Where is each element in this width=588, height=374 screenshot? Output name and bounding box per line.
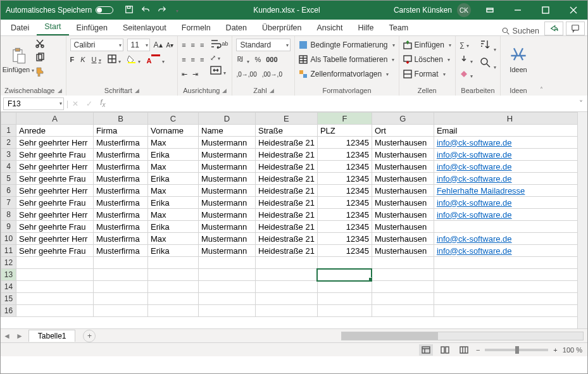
vertical-scrollbar[interactable] <box>577 112 587 328</box>
copy-icon[interactable] <box>35 53 45 64</box>
cell[interactable]: Musterfirma <box>94 221 148 233</box>
cell[interactable]: Musterfirma <box>94 233 148 245</box>
cell[interactable]: Max <box>148 161 199 173</box>
cell[interactable] <box>256 257 318 269</box>
cell[interactable]: Sehr geehrter Herr <box>16 137 94 149</box>
row-header[interactable]: 3 <box>1 149 16 161</box>
cell[interactable] <box>256 281 318 293</box>
enter-formula-icon[interactable]: ✓ <box>82 99 96 108</box>
font-color-button[interactable]: A <box>147 54 165 65</box>
cell[interactable] <box>256 305 318 317</box>
conditional-formatting-button[interactable]: Bedingte Formatierung <box>299 39 394 51</box>
cell[interactable] <box>16 269 94 281</box>
cell[interactable]: Heidestraße 21 <box>256 197 318 209</box>
cell[interactable]: info@ck-software.de <box>434 173 585 185</box>
paste-button[interactable]: Einfügen <box>4 39 32 82</box>
cell[interactable] <box>372 269 434 281</box>
fill-button[interactable] <box>460 54 473 65</box>
cell[interactable] <box>16 257 94 269</box>
merge-center-button[interactable] <box>210 66 228 76</box>
row-header[interactable]: 15 <box>1 293 16 305</box>
cell[interactable]: Email <box>434 125 585 137</box>
align-left-icon[interactable]: ≡ <box>182 56 185 63</box>
cell[interactable] <box>434 257 585 269</box>
cell[interactable]: Musterhausen <box>372 137 434 149</box>
cell[interactable]: 12345 <box>317 245 372 257</box>
italic-button[interactable]: K <box>80 56 85 63</box>
close-icon[interactable] <box>560 1 587 20</box>
column-header[interactable]: H <box>434 113 585 125</box>
row-header[interactable]: 4 <box>1 161 16 173</box>
cell[interactable] <box>94 281 148 293</box>
cell[interactable]: Musterhausen <box>372 185 434 197</box>
number-format-combo[interactable]: Standard <box>236 39 291 51</box>
row-header[interactable]: 5 <box>1 173 16 185</box>
email-link[interactable]: info@ck-software.de <box>437 210 512 220</box>
row-header[interactable]: 7 <box>1 197 16 209</box>
cell[interactable] <box>199 305 256 317</box>
cell[interactable]: Firma <box>94 125 148 137</box>
cell[interactable]: 12345 <box>317 161 372 173</box>
cell[interactable] <box>94 293 148 305</box>
cell[interactable] <box>317 257 372 269</box>
cell[interactable]: Sehr geehrte Frau <box>16 221 94 233</box>
cell[interactable]: Vorname <box>148 125 199 137</box>
sheet-nav-next-icon[interactable]: ► <box>13 332 26 340</box>
find-select-button[interactable] <box>479 56 496 70</box>
cell[interactable]: Mustermann <box>199 245 256 257</box>
cell[interactable]: Mustermann <box>199 137 256 149</box>
sheet-tab[interactable]: Tabelle1 <box>28 330 76 342</box>
column-header[interactable]: D <box>199 113 256 125</box>
row-header[interactable]: 2 <box>1 137 16 149</box>
autosave-toggle[interactable]: Automatisches Speichern <box>1 6 118 15</box>
cell[interactable] <box>372 257 434 269</box>
tab-überprüfen[interactable]: Überprüfen <box>254 21 310 35</box>
tab-daten[interactable]: Daten <box>218 21 254 35</box>
cell[interactable]: Erika <box>148 149 199 161</box>
cut-icon[interactable] <box>35 39 45 50</box>
tab-einfügen[interactable]: Einfügen <box>69 21 115 35</box>
email-link[interactable]: info@ck-software.de <box>437 174 512 184</box>
tab-hilfe[interactable]: Hilfe <box>351 21 382 35</box>
decrease-font-icon[interactable]: A▾ <box>166 42 174 49</box>
cell[interactable]: Erika <box>148 221 199 233</box>
cell[interactable]: 12345 <box>317 221 372 233</box>
cell[interactable]: Sehr geehrter Herr <box>16 161 94 173</box>
row-header[interactable]: 9 <box>1 221 16 233</box>
zoom-slider[interactable] <box>485 349 548 351</box>
cell[interactable] <box>434 293 585 305</box>
cell[interactable] <box>199 269 256 281</box>
cell[interactable]: Mustermann <box>199 221 256 233</box>
increase-font-icon[interactable]: A▴ <box>154 41 163 49</box>
clear-button[interactable] <box>460 69 473 79</box>
align-middle-icon[interactable]: ≡ <box>191 41 195 49</box>
cell[interactable]: Erika <box>148 197 199 209</box>
format-painter-icon[interactable] <box>35 66 45 78</box>
cell[interactable] <box>372 305 434 317</box>
page-layout-view-icon[interactable] <box>438 344 452 356</box>
normal-view-icon[interactable] <box>419 344 433 356</box>
column-header[interactable]: G <box>372 113 434 125</box>
cell[interactable]: info@ck-software.de <box>434 149 585 161</box>
zoom-in-icon[interactable]: + <box>553 346 557 354</box>
cell[interactable] <box>317 305 372 317</box>
cell[interactable]: PLZ <box>317 125 372 137</box>
bold-button[interactable]: F <box>70 56 75 63</box>
underline-button[interactable]: U <box>92 56 101 63</box>
minimize-icon[interactable] <box>504 1 532 20</box>
align-center-icon[interactable]: ≡ <box>191 56 195 63</box>
cell[interactable]: 12345 <box>317 149 372 161</box>
cell[interactable]: Mustermann <box>199 233 256 245</box>
cell[interactable] <box>148 305 199 317</box>
cell[interactable] <box>148 257 199 269</box>
cancel-formula-icon[interactable]: ✕ <box>68 99 82 108</box>
expand-formula-bar-icon[interactable]: ˅ <box>575 99 587 108</box>
increase-indent-icon[interactable]: ⇥ <box>192 70 198 78</box>
cell[interactable]: Musterfirma <box>94 197 148 209</box>
dialog-launcher-icon[interactable]: ◢ <box>270 87 274 94</box>
font-family-combo[interactable]: Calibri <box>70 39 123 51</box>
cell[interactable]: Heidestraße 21 <box>256 185 318 197</box>
decrease-decimal-icon[interactable]: ,00→,0 <box>262 71 282 78</box>
ideas-button[interactable]: Ideen <box>504 39 532 82</box>
percent-format-icon[interactable]: % <box>254 56 261 63</box>
